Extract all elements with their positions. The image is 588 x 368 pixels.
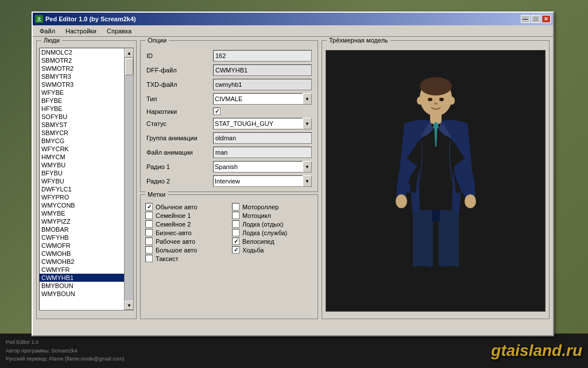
id-input[interactable]: [213, 50, 312, 62]
metki-label: Мотоцикл: [242, 212, 271, 219]
maximize-button[interactable]: □: [531, 15, 540, 23]
list-item[interactable]: BMYCG: [40, 137, 124, 145]
metki-label: Ходьба: [242, 247, 264, 254]
list-item[interactable]: CWMOHB: [40, 250, 124, 258]
list-item[interactable]: CWMOHB2: [40, 258, 124, 266]
list-item[interactable]: CWMOFR: [40, 241, 124, 250]
model-viewport: [326, 50, 546, 312]
people-group: Люди DNMOLC2SBMOTR2SWMOTR2SBMYTR3SWMOTR3…: [36, 40, 137, 319]
drugs-checkbox[interactable]: [213, 108, 220, 115]
scroll-up-button[interactable]: ▲: [125, 48, 134, 57]
svg-rect-16: [413, 210, 433, 267]
list-item[interactable]: WFYPRO: [40, 193, 124, 201]
metki-group: Метки Обычное автоМотороллерСемейное 1Мо…: [140, 194, 318, 319]
metki-item: Семейное 2: [145, 220, 226, 228]
list-item[interactable]: BMOBAR: [40, 225, 124, 233]
options-content: ID DFF-файл TXD-файл Тип: [141, 45, 318, 191]
list-item[interactable]: WMYPIZZ: [40, 217, 124, 225]
metki-label: Лодка (служба): [242, 229, 287, 236]
scroll-down-button[interactable]: ▼: [125, 301, 134, 310]
metki-checkbox[interactable]: [145, 255, 153, 262]
metki-checkbox[interactable]: [232, 220, 239, 228]
main-window: Ped Editor 1.0 (by Scream2k4) — □ ✕ Файл…: [32, 12, 554, 336]
metki-checkbox[interactable]: [232, 246, 239, 254]
radio2-select-wrapper: Interview Spanish ▼: [213, 175, 312, 187]
metki-checkbox[interactable]: [145, 237, 153, 245]
ped-listbox: DNMOLC2SBMOTR2SWMOTR2SBMYTR3SWMOTR3WFYBE…: [39, 48, 134, 310]
type-select[interactable]: CIVMALE CIVFEMALE GANG: [213, 93, 312, 105]
metki-checkbox[interactable]: [145, 246, 153, 254]
anim-group-input[interactable]: [213, 132, 312, 144]
menu-settings[interactable]: Настройки: [61, 26, 101, 36]
list-item[interactable]: SOFYBU: [40, 113, 124, 121]
list-container: DNMOLC2SBMOTR2SWMOTR2SBMYTR3SWMOTR3WFYBE…: [37, 45, 136, 313]
list-item[interactable]: CWFYHB: [40, 233, 124, 241]
scroll-thumb[interactable]: [125, 58, 133, 75]
metki-label: Большое авто: [156, 247, 197, 254]
txd-input[interactable]: [213, 79, 312, 90]
list-item[interactable]: WMYBU: [40, 161, 124, 169]
list-item[interactable]: BFYBU: [40, 169, 124, 177]
metki-item: Лодка (отдых): [232, 220, 313, 228]
list-item[interactable]: SBMOTR2: [40, 56, 124, 64]
list-scrollbar[interactable]: ▲ ▼: [124, 48, 133, 310]
metki-checkbox[interactable]: [145, 203, 153, 210]
metki-checkbox[interactable]: [145, 220, 153, 228]
list-item[interactable]: CWMYHB1: [40, 274, 124, 282]
list-item[interactable]: WFYBE: [40, 89, 124, 97]
list-item[interactable]: WFYBU: [40, 177, 124, 185]
radio1-select[interactable]: Spanish Radio Los Santos Radio X: [213, 161, 312, 172]
metki-checkbox[interactable]: [145, 212, 153, 219]
list-item[interactable]: BFYBE: [40, 97, 124, 105]
svg-point-7: [434, 102, 438, 105]
metki-label: Обычное авто: [156, 204, 198, 210]
list-item[interactable]: WMYBOUN: [40, 290, 124, 298]
svg-rect-2: [37, 20, 41, 21]
list-item[interactable]: SBMYCR: [40, 129, 124, 137]
scroll-track[interactable]: [125, 57, 133, 301]
people-title: Люди: [41, 37, 62, 44]
metki-checkbox[interactable]: [232, 229, 239, 236]
radio1-label: Радио 1: [146, 163, 210, 170]
metki-label: Рабочее авто: [156, 238, 195, 245]
metki-checkbox[interactable]: [232, 237, 239, 245]
list-item[interactable]: HMYCM: [40, 153, 124, 161]
list-item[interactable]: WMYBE: [40, 209, 124, 217]
list-item[interactable]: BMYBOUN: [40, 282, 124, 290]
list-item[interactable]: WFYCRK: [40, 145, 124, 153]
right-panel: Трёхмерная модель: [322, 40, 550, 319]
left-panel: Люди DNMOLC2SBMOTR2SWMOTR2SBMYTR3SWMOTR3…: [36, 40, 137, 319]
list-item[interactable]: CWMYFR: [40, 266, 124, 274]
list-item[interactable]: SBMYTR3: [40, 72, 124, 80]
list-item[interactable]: WMYCONB: [40, 201, 124, 209]
list-item[interactable]: DNMOLC2: [40, 48, 124, 56]
metki-label: Семейное 1: [156, 212, 191, 219]
close-button[interactable]: ✕: [541, 15, 551, 23]
metki-label: Мотороллер: [242, 204, 278, 210]
ped-list[interactable]: DNMOLC2SBMOTR2SWMOTR2SBMYTR3SWMOTR3WFYBE…: [40, 48, 124, 310]
options-group: Опции ID DFF-файл TXD-файл: [140, 40, 318, 192]
anim-file-input[interactable]: [213, 147, 312, 158]
radio2-select[interactable]: Interview Spanish: [213, 175, 312, 187]
status-select[interactable]: STAT_TOUGH_GUY STAT_NORMAL: [213, 118, 312, 129]
metki-label: Бизнес-авто: [156, 229, 192, 236]
bottom-bar: Ped Editor 1.0 Автор программы: Scream2k…: [0, 334, 588, 368]
list-item[interactable]: SWMOTR2: [40, 64, 124, 72]
metki-checkbox[interactable]: [232, 203, 239, 210]
type-row: Тип CIVMALE CIVFEMALE GANG ▼: [146, 93, 312, 105]
options-title: Опции: [145, 37, 169, 44]
menu-file[interactable]: Файл: [35, 26, 60, 36]
dff-input[interactable]: [213, 64, 312, 76]
list-item[interactable]: SWMOTR3: [40, 80, 124, 89]
menu-help[interactable]: Справка: [102, 26, 136, 36]
svg-rect-20: [413, 266, 430, 275]
window-title: Ped Editor 1.0 (by Scream2k4): [45, 16, 136, 22]
metki-item: Ходьба: [232, 246, 313, 254]
list-item[interactable]: SBMYST: [40, 121, 124, 129]
metki-checkbox[interactable]: [145, 229, 153, 236]
metki-checkbox[interactable]: [232, 212, 239, 219]
dff-row: DFF-файл: [146, 64, 312, 76]
minimize-button[interactable]: —: [521, 15, 530, 23]
list-item[interactable]: HFYBE: [40, 105, 124, 113]
list-item[interactable]: DWFYLC1: [40, 185, 124, 193]
